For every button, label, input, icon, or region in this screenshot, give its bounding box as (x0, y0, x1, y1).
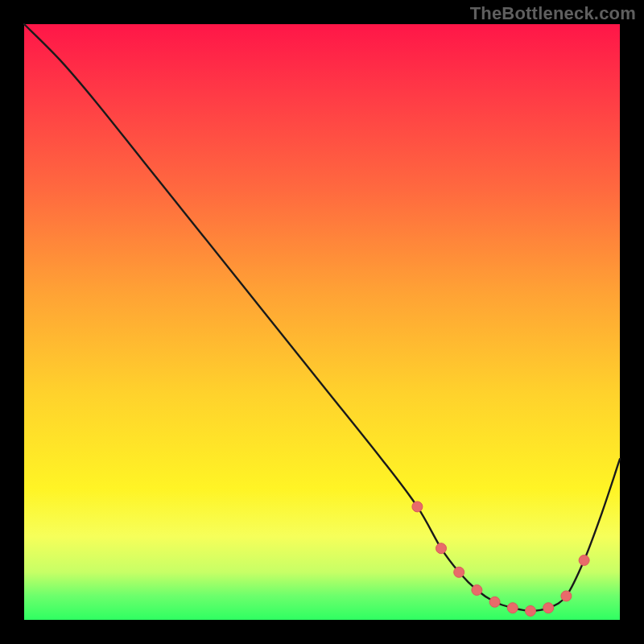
curve-marker (454, 567, 464, 577)
curve-marker (436, 543, 447, 554)
chart-plot-area (24, 24, 620, 620)
curve-markers (412, 502, 589, 617)
curve-marker (507, 603, 518, 613)
chart-stage: TheBottleneck.com (0, 0, 644, 644)
curve-marker (412, 502, 423, 512)
curve-marker (543, 603, 554, 613)
curve-marker (561, 591, 572, 601)
curve-marker (579, 555, 589, 566)
curve-marker (526, 605, 536, 616)
watermark-text: TheBottleneck.com (470, 3, 636, 24)
curve-marker (489, 597, 500, 607)
bottleneck-curve-line (24, 24, 620, 611)
curve-marker (472, 585, 482, 596)
chart-svg (24, 24, 620, 620)
